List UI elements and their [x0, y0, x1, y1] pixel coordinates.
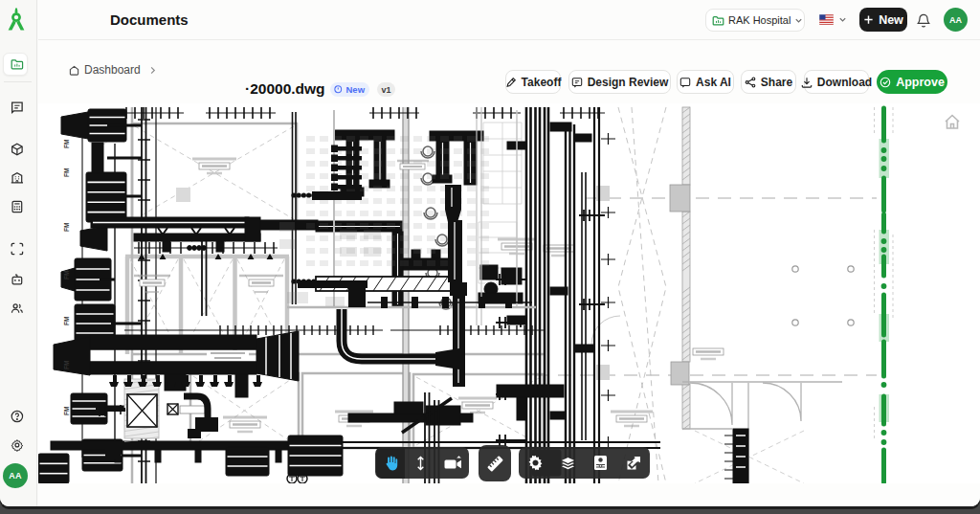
svg-text:FM: FM — [63, 407, 70, 415]
svg-text:FM: FM — [63, 168, 70, 177]
svg-text:FM: FM — [63, 271, 70, 279]
svg-text:FM: FM — [63, 140, 70, 148]
svg-text:FM: FM — [63, 361, 70, 369]
svg-text:FM: FM — [63, 317, 70, 325]
svg-text:FM: FM — [63, 223, 70, 232]
